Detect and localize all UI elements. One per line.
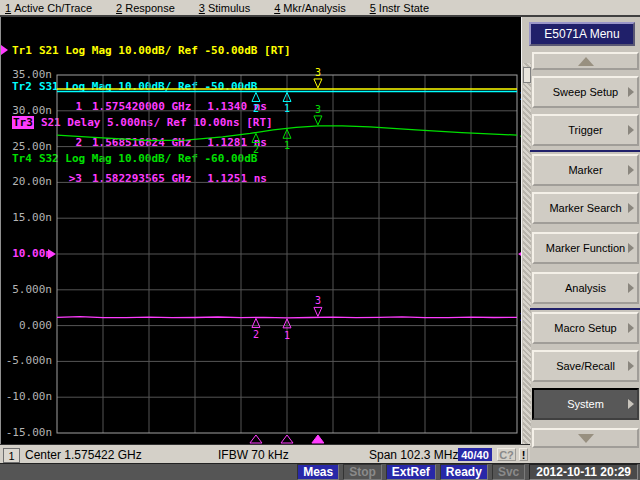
softkey-marker[interactable]: Marker (532, 154, 639, 186)
svg-text:1: 1 (284, 103, 290, 114)
softkey-scrollbar-thumb[interactable] (523, 67, 531, 83)
svg-text:1: 1 (284, 330, 290, 341)
softkey-separator (530, 308, 640, 310)
softkey-scrollbar[interactable] (523, 63, 531, 447)
svg-text:2: 2 (253, 329, 259, 340)
trace-row-tr1[interactable]: Tr1S21 Log Mag 10.00dB/ Ref -50.00dB [RT… (12, 45, 291, 57)
chevron-right-icon (628, 283, 634, 293)
softkey-sweep-setup[interactable]: Sweep Setup (532, 76, 639, 108)
stimulus-status-bar: 1 Center 1.575422 GHz IFBW 70 kHz Span 1… (0, 444, 530, 463)
y-tick: -15.00n (0, 426, 52, 439)
cal-status-badge: C? (497, 448, 516, 461)
y-tick: 30.00n (0, 104, 52, 117)
softkey-macro-setup[interactable]: Macro Setup (532, 312, 639, 344)
y-tick: 15.00n (0, 211, 52, 224)
chevron-right-icon (628, 125, 634, 135)
center-frequency-label: Center 1.575422 GHz (25, 448, 142, 462)
softkey-scroll-down-button[interactable] (532, 428, 639, 448)
y-tick: 25.00n (0, 140, 52, 153)
y-tick: -5.000n (0, 354, 52, 367)
menu-response[interactable]: 2 Response (116, 2, 175, 14)
softkey-separator (530, 150, 640, 152)
status-extref: ExtRef (386, 464, 436, 480)
menu-stimulus[interactable]: 3 Stimulus (199, 2, 250, 14)
menu-active-ch-trace[interactable]: 1 Active Ch/Trace (5, 2, 92, 14)
softkey-analysis[interactable]: Analysis (532, 272, 639, 304)
screen-left-edge (0, 17, 1, 445)
softkey-marker-function[interactable]: Marker Function (532, 232, 639, 264)
arrow-up-icon (578, 57, 594, 66)
chevron-right-icon (628, 323, 634, 333)
softkey-save-recall[interactable]: Save/Recall (532, 350, 639, 382)
status-svc: Svc (492, 464, 525, 480)
chevron-right-icon (628, 165, 634, 175)
status-ready: Ready (440, 464, 488, 480)
softkey-scroll-up-button[interactable] (532, 52, 639, 70)
chevron-right-icon (628, 399, 634, 409)
softkey-system[interactable]: System (532, 388, 639, 420)
chevron-right-icon (628, 361, 634, 371)
instrument-status-bar: Meas Stop ExtRef Ready Svc 2012-10-11 20… (0, 463, 640, 480)
softkey-menu-title: E5071A Menu (529, 22, 635, 46)
svg-text:2: 2 (253, 144, 259, 155)
svg-text:2: 2 (253, 103, 259, 114)
chevron-right-icon (628, 203, 634, 213)
y-tick-reference: 10.00n (0, 247, 52, 260)
menu-mkr-analysis[interactable]: 4 Mkr/Analysis (274, 2, 346, 14)
status-meas: Meas (297, 464, 339, 480)
y-tick: 20.00n (0, 175, 52, 188)
channel-number-badge: 1 (3, 448, 20, 463)
arrow-down-icon (578, 434, 594, 443)
ifbw-label: IFBW 70 kHz (218, 448, 289, 462)
softkey-panel: E5071A Menu Sweep Setup Trigger Marker M… (521, 17, 640, 463)
span-label: Span 102.3 MHz (369, 448, 458, 462)
chevron-right-icon (628, 87, 634, 97)
warning-badge: ! (519, 448, 528, 461)
status-stop: Stop (343, 464, 382, 480)
svg-text:3: 3 (315, 295, 321, 306)
softkey-marker-search[interactable]: Marker Search (532, 192, 639, 224)
graph-svg: 3212132131243 (48, 68, 530, 452)
graph-plot-area: 3212132131243 (48, 68, 530, 452)
softkey-trigger[interactable]: Trigger (532, 114, 639, 146)
instrument-screen: 1 Active Ch/Trace 2 Response 3 Stimulus … (0, 0, 640, 480)
y-tick: 0.000 (0, 319, 52, 332)
y-tick: 35.00n (0, 68, 52, 81)
svg-text:3: 3 (315, 68, 321, 78)
points-badge: 40/40 (458, 448, 492, 461)
svg-text:1: 1 (284, 140, 290, 151)
svg-text:3: 3 (315, 104, 321, 115)
chevron-right-icon (628, 243, 634, 253)
y-tick: -10.00n (0, 390, 52, 403)
menu-bar: 1 Active Ch/Trace 2 Response 3 Stimulus … (0, 0, 640, 17)
y-tick: 5.000n (0, 283, 52, 296)
menu-instr-state[interactable]: 5 Instr State (370, 2, 429, 14)
active-trace-arrow-icon (1, 45, 8, 55)
datetime-display: 2012-10-11 20:29 (529, 464, 638, 480)
